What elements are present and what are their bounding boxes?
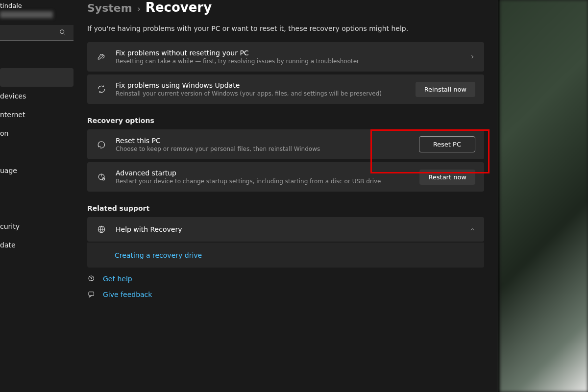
card-title: Reset this PC (116, 137, 419, 145)
link-get-help[interactable]: Get help (103, 275, 132, 283)
account-name: tindale (0, 2, 74, 9)
sidebar-item-language[interactable]: uage (0, 161, 74, 180)
row-get-help[interactable]: Get help (87, 274, 484, 283)
card-subtitle: Restart your device to change startup se… (116, 178, 419, 185)
chevron-up-icon (469, 226, 475, 232)
section-related-support: Related support (87, 204, 484, 212)
card-title: Advanced startup (116, 169, 419, 177)
card-subtitle: Reinstall your current version of Window… (116, 90, 416, 97)
card-windows-update: Fix problems using Windows Update Reinst… (87, 74, 484, 104)
link-give-feedback[interactable]: Give feedback (103, 291, 152, 298)
chevron-right-icon (469, 54, 475, 60)
page-description: If you're having problems with your PC o… (87, 24, 484, 32)
sidebar-item-internet[interactable]: nternet (0, 105, 74, 124)
sidebar-item-devices[interactable]: devices (0, 87, 74, 105)
sidebar-item-update[interactable]: date (0, 236, 74, 254)
card-reset-pc: Reset this PC Choose to keep or remove y… (87, 129, 484, 159)
card-title: Help with Recovery (116, 225, 469, 233)
chevron-right-icon: › (137, 3, 141, 14)
search-icon (59, 28, 67, 36)
sidebar-item-accessibility[interactable] (0, 198, 74, 217)
svg-point-7 (91, 280, 92, 281)
settings-sidebar: tindale devices nternet on uage curity d… (0, 0, 74, 392)
section-recovery-options: Recovery options (87, 117, 484, 124)
account-email-blurred (0, 11, 53, 18)
sidebar-item-personalization[interactable]: on (0, 124, 74, 143)
reset-pc-button[interactable]: Reset PC (419, 136, 475, 152)
breadcrumb: System › Recovery (87, 0, 484, 14)
search-box[interactable] (0, 25, 74, 41)
card-help-recovery[interactable]: Help with Recovery (87, 217, 484, 242)
globe-icon (96, 224, 107, 235)
svg-line-1 (64, 33, 65, 35)
card-troubleshoot[interactable]: Fix problems without resetting your PC R… (87, 42, 484, 72)
wrench-icon (96, 51, 107, 62)
reset-icon (96, 139, 107, 150)
feedback-icon (87, 290, 96, 299)
desktop-background-sliver (500, 0, 588, 392)
restart-now-button[interactable]: Restart now (419, 170, 475, 185)
row-give-feedback[interactable]: Give feedback (87, 290, 484, 299)
card-subtitle: Choose to keep or remove your personal f… (116, 146, 419, 152)
sync-icon (96, 84, 107, 95)
power-gear-icon (96, 172, 107, 182)
link-recovery-drive[interactable]: Creating a recovery drive (115, 251, 202, 259)
sidebar-item-0[interactable] (0, 68, 74, 87)
help-recovery-expanded: Creating a recovery drive (87, 243, 484, 268)
page-title: Recovery (146, 0, 212, 15)
breadcrumb-parent[interactable]: System (87, 2, 132, 14)
help-icon (87, 274, 96, 283)
card-advanced-startup: Advanced startup Restart your device to … (87, 162, 484, 192)
reinstall-now-button[interactable]: Reinstall now (416, 82, 475, 97)
sidebar-item-apps[interactable] (0, 143, 74, 161)
main-content: System › Recovery If you're having probl… (74, 0, 498, 392)
svg-point-0 (60, 30, 64, 34)
card-subtitle: Resetting can take a while — first, try … (116, 58, 469, 65)
card-title: Fix problems without resetting your PC (116, 49, 469, 57)
sidebar-item-gaming[interactable] (0, 180, 74, 198)
svg-rect-8 (89, 292, 94, 296)
card-title: Fix problems using Windows Update (116, 81, 416, 89)
sidebar-item-security[interactable]: curity (0, 217, 74, 236)
